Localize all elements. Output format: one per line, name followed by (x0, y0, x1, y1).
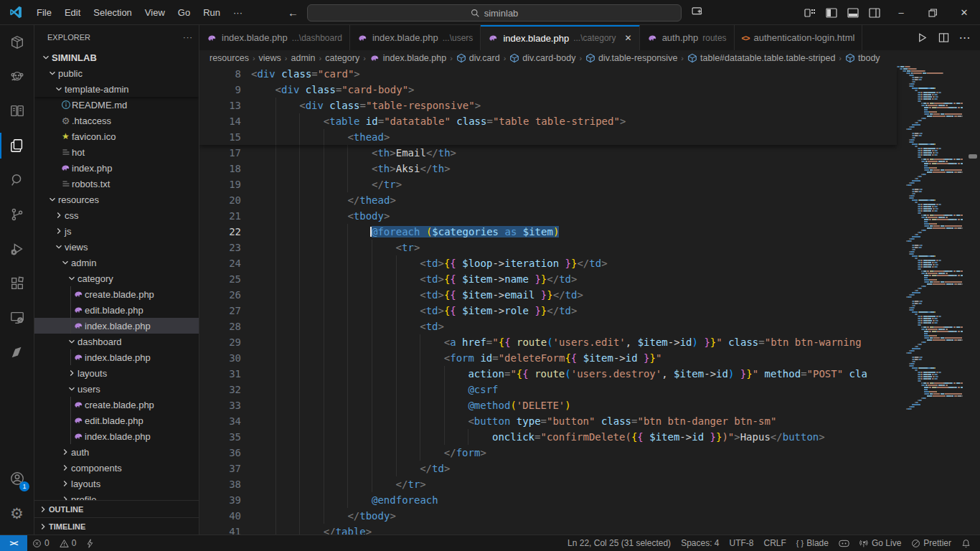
menu-view[interactable]: View (138, 7, 171, 18)
activity-book-icon[interactable] (0, 94, 34, 128)
tree-item-category[interactable]: category (34, 270, 199, 286)
menu-go[interactable]: Go (171, 7, 197, 18)
status-thunder-client[interactable] (81, 535, 99, 551)
breadcrumb-table#datatable.table.table-striped[interactable]: table#datatable.table.table-striped (687, 53, 835, 63)
breadcrumb-views[interactable]: views (259, 53, 281, 63)
tree-item-dashboard[interactable]: dashboard (34, 334, 199, 349)
tree-item-template-admin[interactable]: template-admin (34, 81, 199, 97)
remote-indicator[interactable]: >< (0, 535, 27, 551)
code-line-41[interactable]: 41</table> (199, 524, 897, 534)
tree-item-layouts[interactable]: layouts (34, 476, 199, 491)
run-icon[interactable] (913, 29, 931, 47)
tree-item-hot[interactable]: hot (34, 144, 199, 160)
menu-moremoremore[interactable]: ··· (227, 7, 249, 18)
tree-item-favicon.ico[interactable]: ★favicon.ico (34, 128, 199, 144)
breadcrumb-div.card[interactable]: div.card (456, 53, 500, 63)
tree-item-index.php[interactable]: index.php (34, 160, 199, 176)
breadcrumb-resources[interactable]: resources (209, 53, 249, 63)
tree-item-edit.blade.php[interactable]: edit.blade.php (34, 413, 199, 428)
code-line-29[interactable]: 29<a href="{{ route('users.edit', $item-… (199, 334, 897, 350)
tree-item-components[interactable]: components (34, 460, 199, 476)
code-line-36[interactable]: 36</form> (199, 445, 897, 461)
code-line-32[interactable]: 32@csrf (199, 382, 897, 397)
breadcrumb-div.card-body[interactable]: div.card-body (509, 53, 575, 63)
activity-source-control-icon[interactable] (0, 197, 34, 232)
tab-index.blade.php[interactable]: index.blade.php ...\users (350, 25, 481, 50)
activity-files-icon[interactable] (0, 128, 34, 163)
status-language-mode[interactable]: { }Blade (791, 535, 834, 551)
tab-index.blade.php[interactable]: index.blade.php ...\category ✕ (481, 25, 639, 50)
breadcrumb-admin[interactable]: admin (291, 53, 316, 63)
tree-item-js[interactable]: js (34, 223, 199, 239)
tree-item-index.blade.php[interactable]: index.blade.php (34, 349, 199, 365)
tree-item-index.blade.php[interactable]: index.blade.php (34, 428, 199, 444)
split-editor-icon[interactable] (934, 29, 953, 47)
overview-ruler[interactable] (963, 66, 980, 534)
code-line-20[interactable]: 20</thead> (199, 192, 897, 208)
breadcrumb-tbody[interactable]: tbody (845, 53, 880, 63)
code-editor[interactable]: 8<div class="card">9<div class="card-bod… (199, 66, 980, 534)
tree-item-users[interactable]: users (34, 381, 199, 397)
more-actions-icon[interactable]: ⋯ (956, 29, 974, 47)
activity-package-icon[interactable] (0, 25, 34, 60)
minimize-button[interactable]: – (885, 0, 917, 25)
tree-item-css[interactable]: css (34, 207, 199, 223)
minimap[interactable] (897, 66, 963, 534)
tree-item-create.blade.php[interactable]: create.blade.php (34, 397, 199, 413)
code-line-33[interactable]: 33@method('DELETE') (199, 397, 897, 413)
code-line-27[interactable]: 27<td>{{ $item->role }}</td> (199, 303, 897, 319)
code-line-24[interactable]: 24<td>{{ $loop->iteration }}</td> (199, 255, 897, 271)
breadcrumb-div.table-responsive[interactable]: div.table-responsive (585, 53, 677, 63)
status-prettier[interactable]: Prettier (906, 535, 956, 551)
activity-settings-gear-icon[interactable]: ⚙ (0, 496, 34, 530)
tree-item-edit.blade.php[interactable]: edit.blade.php (34, 302, 199, 318)
breadcrumb-index.blade.php[interactable]: index.blade.php (369, 53, 446, 63)
back-arrow-icon[interactable]: ← (288, 6, 298, 19)
code-line-40[interactable]: 40</tbody> (199, 508, 897, 524)
timeline-section[interactable]: TIMELINE (34, 517, 199, 534)
breadcrumb-category[interactable]: category (325, 53, 359, 63)
menu-edit[interactable]: Edit (58, 7, 87, 18)
code-line-14[interactable]: 14<table id="datatable" class="table tab… (199, 113, 897, 129)
code-line-22[interactable]: 22@foreach ($categories as $item) (199, 224, 897, 240)
code-line-35[interactable]: 35onclick="confirmDelete({{ $item->id }}… (199, 429, 897, 445)
code-line-13[interactable]: 13<div class="table-responsive"> (199, 98, 897, 113)
code-line-15[interactable]: 15<thead> (199, 129, 897, 145)
activity-monkey-icon[interactable] (0, 60, 34, 94)
close-tab-icon[interactable]: ✕ (625, 33, 632, 43)
tree-item-public[interactable]: public (34, 65, 199, 81)
code-line-28[interactable]: 28<td> (199, 319, 897, 334)
code-line-31[interactable]: 31action="{{ route('users.destroy', $ite… (199, 366, 897, 382)
activity-extensions-icon[interactable] (0, 266, 34, 301)
code-line-30[interactable]: 30<form id="deleteForm{{ $item->id }}" (199, 350, 897, 366)
activity-s-brand-icon[interactable] (0, 335, 34, 369)
code-line-8[interactable]: 8<div class="card"> (199, 66, 897, 82)
tree-item-robots.txt[interactable]: robots.txt (34, 176, 199, 192)
tree-item-index.blade.php[interactable]: index.blade.php (34, 318, 199, 334)
tree-item-profile[interactable]: profile (34, 491, 199, 500)
activity-account-icon[interactable]: 1 (0, 461, 34, 496)
explorer-more-icon[interactable]: ··· (183, 33, 193, 42)
code-line-37[interactable]: 37</td> (199, 461, 897, 476)
customize-layout-icon[interactable] (799, 0, 821, 25)
activity-remote-explorer-icon[interactable] (0, 301, 34, 335)
close-button[interactable]: ✕ (948, 0, 980, 25)
status-warnings[interactable]: 0 (55, 535, 82, 551)
status-notifications[interactable] (956, 535, 976, 551)
tree-item-layouts[interactable]: layouts (34, 365, 199, 381)
new-window-cast-icon[interactable] (687, 0, 709, 25)
tree-item-views[interactable]: views (34, 239, 199, 255)
code-line-18[interactable]: 18<th>Aksi</th> (199, 161, 897, 176)
code-line-21[interactable]: 21<tbody> (199, 208, 897, 224)
menu-run[interactable]: Run (197, 7, 227, 18)
status-cursor-position[interactable]: Ln 22, Col 25 (31 selected) (562, 535, 676, 551)
tree-item-auth[interactable]: auth (34, 444, 199, 460)
toggle-sidebar-icon[interactable] (821, 0, 842, 25)
command-center-search[interactable]: siminlab (307, 4, 682, 22)
activity-search-icon[interactable] (0, 163, 34, 197)
code-line-38[interactable]: 38</tr> (199, 476, 897, 492)
status-indentation[interactable]: Spaces: 4 (676, 535, 724, 551)
tab-index.blade.php[interactable]: index.blade.php ...\dashboard (199, 25, 350, 50)
tree-item-readme.md[interactable]: README.md (34, 97, 199, 113)
tree-item-siminlab[interactable]: SIMINLAB (34, 50, 199, 65)
